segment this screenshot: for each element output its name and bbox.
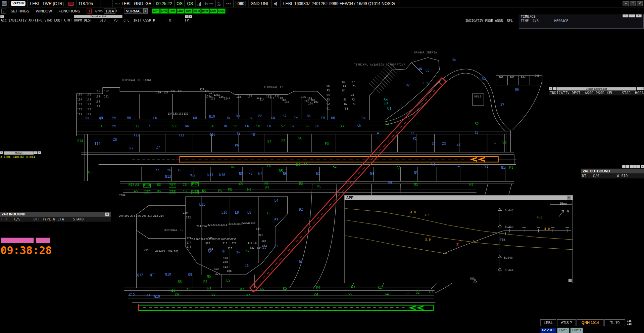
app-icon-cell <box>0 0 9 7</box>
window-control-icon[interactable] <box>622 165 626 168</box>
toggle-osm[interactable]: OSM <box>193 8 201 13</box>
departure-list-title[interactable]: Departure List <box>74 15 122 18</box>
gnd-unl-mode[interactable]: GND-UNL <box>248 0 271 7</box>
outbound-24l-header: DT C/S W SID <box>581 173 644 178</box>
line-1-button[interactable]: LINE 1 <box>557 328 569 333</box>
window-control-icon[interactable] <box>626 165 629 168</box>
sector-inbound-title-bar[interactable]: ≡ Sector Inbound List – ✕ <box>549 87 643 90</box>
toggle-rvm[interactable]: RVM <box>201 8 209 13</box>
app-radar-display[interactable]: BL443BL439T68BL440BL444RUL4.03.54.64.03.… <box>345 200 573 283</box>
metars-title-bar[interactable]: ≡ Metars – ✕ <box>0 151 41 155</box>
sby-label[interactable]: SBY <box>224 0 234 7</box>
close-button[interactable]: ✕ <box>637 1 643 6</box>
inbound-24r-title-bar[interactable]: 24R INBOUND ✕ <box>0 212 111 217</box>
app-range-scale: 10nm <box>559 202 567 206</box>
radar-client: VATSIM LEBL_TWR [CTR] 118.105 - - - SCT … <box>0 0 644 333</box>
active-sector[interactable]: SCT LEBL_GND_GR <box>113 0 154 7</box>
signal-cell <box>195 0 203 7</box>
close-icon[interactable]: ✕ <box>189 15 192 18</box>
voice-cell[interactable] <box>272 0 281 7</box>
no-call-button[interactable]: NO CALL <box>541 328 556 333</box>
outbound-24l-title-bar[interactable]: 24L OUTBOUND <box>581 169 644 174</box>
minimize-icon[interactable]: – <box>637 165 640 168</box>
line-2-button[interactable]: LINE 2 <box>571 328 583 333</box>
freq-slot-2[interactable]: - <box>101 0 107 7</box>
menu-window[interactable]: WINDOW <box>33 9 55 13</box>
minimize-icon[interactable]: – <box>34 151 38 154</box>
minimize-icon[interactable]: – <box>185 15 189 18</box>
close-icon[interactable]: ✕ <box>640 87 644 90</box>
app-aircraft-marker[interactable]: Z <box>456 243 459 247</box>
atis-button[interactable]: ATIS ? <box>557 319 576 326</box>
toggle-icm[interactable]: ICM <box>185 8 192 13</box>
menu-functions[interactable]: FUNCTIONS <box>55 9 84 13</box>
squawk-cell[interactable]: 060 <box>234 0 249 7</box>
tx-cell <box>66 0 77 7</box>
toggle-apw[interactable]: APW <box>160 8 168 13</box>
speaker-icon <box>274 1 279 6</box>
resize-grip[interactable] <box>568 279 572 282</box>
clock-time: 09:38:28 <box>0 244 52 257</box>
qs-indicator[interactable]: QS <box>185 0 195 7</box>
toggle-app[interactable]: APP <box>152 8 159 13</box>
squawk-code: 060 <box>236 1 246 6</box>
info-button-row: LEBLATIS ?QNH 1014TL:7024L24R <box>541 319 644 326</box>
transmit-indicator-icon[interactable] <box>68 1 74 5</box>
departure-list-window: ≡ Departure List – ✕ ACC INDICATIV AN/TI… <box>0 15 193 24</box>
lebl-button[interactable]: LEBL <box>541 319 556 326</box>
range-setting[interactable]: 5 NM <box>203 0 215 7</box>
app-fix-label: BL444 <box>505 269 513 272</box>
toggle-ecm[interactable]: ECM <box>209 8 217 13</box>
inbound-24r-window: 24R INBOUND ✕ TTT C/S DTT TYPE W ETA STA… <box>0 212 111 221</box>
mode-dropdown[interactable]: NORMAL ▼ <box>124 8 148 13</box>
app-altitude-label: 3.7 <box>472 240 478 243</box>
close-icon[interactable]: ✕ <box>641 165 644 168</box>
departure-list-controls: – ✕ <box>185 15 192 18</box>
close-icon[interactable]: ✕ <box>38 151 41 154</box>
primary-frequency[interactable]: 118.105 <box>76 0 95 7</box>
app-north-label: N <box>567 209 569 213</box>
clock-window[interactable]: 09:38:28 <box>0 237 53 262</box>
app-fix-label: T68 <box>500 239 505 242</box>
line-strip-row: NO CALLLINE 1LINE 2 <box>541 328 644 333</box>
qnh-1014-button[interactable]: QNH 1014 <box>577 319 604 326</box>
window-control-icon[interactable] <box>630 165 633 168</box>
signal-bars-icon <box>197 1 201 5</box>
freq-slot-3[interactable]: - <box>107 0 113 7</box>
vatsim-logo: VATSIM <box>11 1 26 6</box>
freq-slot-1[interactable]: - <box>95 0 101 7</box>
title-bar: VATSIM LEBL_TWR [CTR] 118.105 - - - SCT … <box>0 0 644 7</box>
qnh-label: QNH: <box>95 9 103 13</box>
cpdlc-header: TIME C/S MESSAGE <box>519 18 643 24</box>
inbound-24r-header: TTT C/S DTT TYPE W ETA STAND <box>0 217 111 222</box>
metar-report: A LEBL 24012KT Q1014 <box>0 155 41 160</box>
close-icon[interactable]: ✕ <box>105 212 109 216</box>
menu-icon[interactable]: ≡ <box>0 151 3 154</box>
qnh-value-field[interactable]: 1014 <box>104 8 115 13</box>
app-altitude-label: 4.0 <box>544 227 550 231</box>
os-indicator[interactable]: OS <box>175 0 185 7</box>
clock-bar-right <box>36 238 50 243</box>
filter-icon[interactable] <box>553 87 556 90</box>
app-title-bar[interactable]: APP ✕ <box>345 195 573 200</box>
ground-radar-map[interactable] <box>0 0 644 333</box>
qnh-spinner[interactable]: ▲▼ <box>116 9 117 13</box>
mode-value: NORMAL <box>124 8 143 13</box>
minimize-button[interactable]: – <box>623 1 629 6</box>
alert-indicator[interactable]: ! <box>87 8 92 13</box>
menu-icon[interactable]: ≡ <box>549 87 552 90</box>
departure-list-menu-icon[interactable]: ≡ <box>0 15 4 18</box>
active-runways-indicator: 24L24R <box>626 319 632 326</box>
note-icon[interactable]: ♪ <box>1 8 6 13</box>
minimize-icon[interactable]: – <box>637 87 640 90</box>
toggle-lbw[interactable]: LBW <box>177 8 184 13</box>
menu-settings[interactable]: SETTINGS <box>7 9 33 13</box>
close-icon[interactable]: ✕ <box>567 196 571 200</box>
tl-70-button[interactable]: TL:70 <box>605 319 625 326</box>
filter-cell[interactable]: ELALT <box>215 0 224 7</box>
window-control-icon[interactable] <box>633 165 637 168</box>
toggle-rum[interactable]: RUM <box>217 8 225 13</box>
toggle-riw[interactable]: RIW <box>168 8 176 13</box>
maximize-button[interactable]: □ <box>630 1 636 6</box>
range-value: 5 <box>205 1 208 6</box>
